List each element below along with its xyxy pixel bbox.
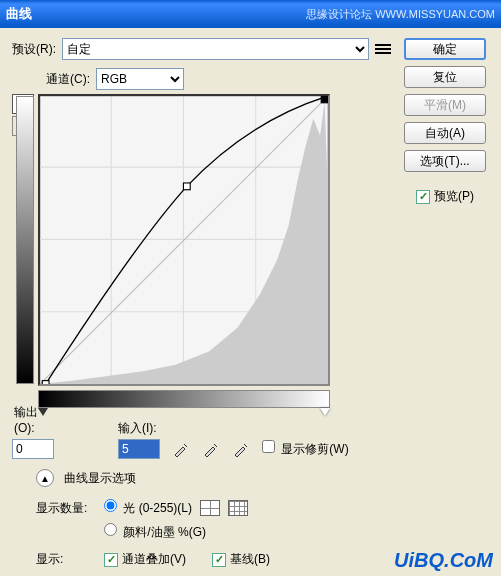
baseline-checkbox[interactable]: 基线(B) — [212, 551, 270, 568]
channel-select[interactable]: RGB — [96, 68, 184, 90]
white-point-handle[interactable] — [320, 408, 330, 416]
smooth-button: 平滑(M) — [404, 94, 486, 116]
gray-eyedropper-icon[interactable] — [202, 440, 220, 458]
titlebar: 曲线 思缘设计论坛 WWW.MISSYUAN.COM — [0, 0, 501, 28]
amount-label: 显示数量: — [36, 500, 96, 517]
light-radio[interactable]: 光 (0-255)(L) — [104, 499, 192, 517]
preset-label: 预设(R): — [12, 41, 56, 58]
options-button[interactable]: 选项(T)... — [404, 150, 486, 172]
white-eyedropper-icon[interactable] — [232, 440, 250, 458]
overlay-checkbox[interactable]: 通道叠加(V) — [104, 551, 204, 568]
collapse-icon[interactable]: ▲ — [36, 469, 54, 487]
input-input[interactable] — [118, 439, 160, 459]
show-label: 显示: — [36, 551, 96, 568]
preset-select[interactable]: 自定 — [62, 38, 369, 60]
horizontal-gradient — [38, 390, 330, 408]
show-clipping-checkbox[interactable]: 显示修剪(W) — [262, 440, 349, 458]
window-title: 曲线 — [6, 5, 32, 23]
curve-display-options-label: 曲线显示选项 — [64, 470, 136, 487]
auto-button[interactable]: 自动(A) — [404, 122, 486, 144]
ok-button[interactable]: 确定 — [404, 38, 486, 60]
preset-menu-icon[interactable] — [375, 41, 391, 57]
cancel-button[interactable]: 复位 — [404, 66, 486, 88]
pigment-radio[interactable]: 颜料/油墨 %(G) — [104, 523, 206, 541]
curves-graph[interactable] — [38, 94, 330, 386]
channel-label: 通道(C): — [46, 71, 90, 88]
svg-rect-13 — [321, 96, 328, 103]
grid-small-icon[interactable] — [200, 500, 220, 516]
svg-rect-11 — [42, 381, 49, 384]
svg-rect-12 — [183, 183, 190, 190]
preview-checkbox[interactable]: 预览(P) — [416, 188, 474, 205]
black-point-handle[interactable] — [38, 408, 48, 416]
title-credit: 思缘设计论坛 WWW.MISSYUAN.COM — [306, 7, 495, 22]
output-label: 输出(O): — [14, 404, 38, 435]
black-eyedropper-icon[interactable] — [172, 440, 190, 458]
brand-watermark: UiBQ.CoM — [394, 549, 493, 572]
vertical-gradient — [16, 96, 34, 384]
grid-large-icon[interactable] — [228, 500, 248, 516]
input-label: 输入(I): — [118, 421, 157, 435]
